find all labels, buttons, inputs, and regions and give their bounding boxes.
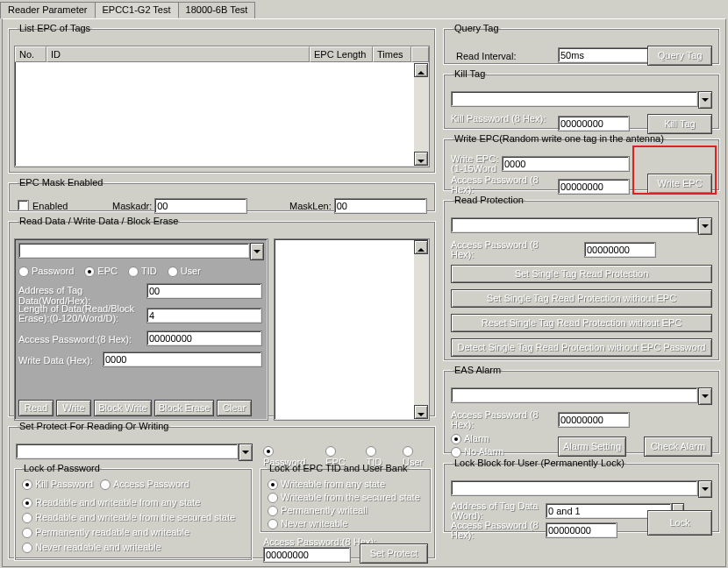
write-epc-button[interactable]: Write EPC xyxy=(647,174,712,194)
table-scrollbar[interactable] xyxy=(414,63,428,166)
query-legend: Query Tag xyxy=(453,23,501,33)
kill-legend: Kill Tag xyxy=(453,68,487,79)
rp-btn-0[interactable]: Set Single Tag Read Protection xyxy=(451,265,712,283)
query-fieldset: Query Tag Read Interval: Query Tag xyxy=(443,23,720,65)
kill-tag-button[interactable]: Kill Tag xyxy=(647,114,712,134)
lb-addr-label: Address of Tag Data (Word): xyxy=(451,501,547,521)
col-no[interactable]: No. xyxy=(15,46,46,62)
protect-epc-dropdown-btn[interactable] xyxy=(239,444,253,461)
lb-pwd-input[interactable] xyxy=(546,522,617,538)
lock-bank-fieldset: Lock of EPC TID and User Bank Writeable … xyxy=(260,463,432,533)
protect-pwd-input[interactable] xyxy=(263,547,351,563)
write-button[interactable]: Write xyxy=(56,400,91,416)
eas-legend: EAS Alarm xyxy=(453,365,503,375)
radio-epc[interactable] xyxy=(84,266,95,277)
read-button[interactable]: Read xyxy=(18,400,54,416)
tab-18000-6b-test[interactable]: 18000-6B Test xyxy=(178,2,256,18)
scroll-down[interactable] xyxy=(414,152,428,166)
col-times[interactable]: Times xyxy=(373,46,411,62)
eas-noalarm-radio[interactable] xyxy=(451,447,461,458)
masklen-input[interactable] xyxy=(334,198,427,214)
rw-legend: Read Data / Write Data / Block Erase xyxy=(18,216,180,226)
rp-btn-3[interactable]: Detect Single Tag Read Protection withou… xyxy=(451,338,712,357)
list-epc-legend: List EPC of Tags xyxy=(18,23,92,33)
rp-btn-2[interactable]: Reset Single Tag Read Protection without… xyxy=(451,314,712,332)
p-radio-password[interactable] xyxy=(263,446,274,457)
query-int-label: Read Interval: xyxy=(456,51,516,61)
lock-block-legend: Lock Block for User (Permanently Lock) xyxy=(453,458,626,468)
scroll-up[interactable] xyxy=(414,240,428,254)
lock-button[interactable]: Lock xyxy=(647,510,712,536)
p-radio-tid[interactable] xyxy=(366,446,376,457)
addr-input[interactable] xyxy=(146,283,262,299)
query-tag-button[interactable]: Query Tag xyxy=(647,46,712,66)
lb-epc-dd-btn[interactable] xyxy=(698,480,712,498)
radio-tid[interactable] xyxy=(128,266,139,277)
tag-table-header: No. ID EPC Length Times xyxy=(15,46,429,62)
lp-r3[interactable] xyxy=(22,543,32,553)
rw-epc-select[interactable] xyxy=(18,243,250,259)
masklen-label: MaskLen: xyxy=(289,201,332,211)
len-input[interactable] xyxy=(146,308,262,323)
block-erase-button[interactable]: Block Erase xyxy=(154,400,214,416)
enabled-label: Enabled xyxy=(32,201,68,211)
kill-epc-dd-btn[interactable] xyxy=(698,91,712,109)
check-alarm-button[interactable]: Check Alarm xyxy=(644,437,712,457)
rp-btn-1[interactable]: Set Single Tag Read Protection without E… xyxy=(451,289,712,308)
lp-r2[interactable] xyxy=(22,528,32,538)
p-radio-user[interactable] xyxy=(403,446,413,457)
col-spacer xyxy=(411,46,429,62)
wr-input[interactable] xyxy=(103,351,262,367)
rp-epc-select[interactable] xyxy=(451,217,698,233)
kill-pwd-input[interactable] xyxy=(558,116,630,131)
col-epc-length[interactable]: EPC Length xyxy=(310,46,373,62)
lb-r2[interactable] xyxy=(268,506,278,516)
col-id[interactable]: ID xyxy=(46,46,310,62)
rw-pwd-label: Access Password:(8 Hex): xyxy=(18,334,145,344)
eas-epc-dd-btn[interactable] xyxy=(698,387,712,405)
scroll-down[interactable] xyxy=(414,405,428,419)
block-write-button[interactable]: Block Write xyxy=(94,400,152,416)
rw-output[interactable] xyxy=(274,238,430,421)
protect-epc-select[interactable] xyxy=(16,444,239,459)
eas-epc-select[interactable] xyxy=(451,387,698,403)
lb-r3[interactable] xyxy=(268,519,278,529)
tag-table: No. ID EPC Length Times xyxy=(14,46,430,167)
maskadr-input[interactable] xyxy=(154,198,247,214)
lp-r0[interactable] xyxy=(22,498,32,508)
lp-access[interactable] xyxy=(100,479,111,490)
write-epc-input[interactable] xyxy=(502,156,630,172)
rw-output-scrollbar[interactable] xyxy=(414,240,428,419)
write-epc-pwd-label: Access Password (8 Hex): xyxy=(451,175,553,195)
eas-alarm-radio[interactable] xyxy=(451,434,461,444)
alarm-setting-button[interactable]: Alarm Setting xyxy=(558,437,626,457)
radio-password[interactable] xyxy=(18,266,29,277)
eas-pwd-input[interactable] xyxy=(558,412,630,428)
radio-user[interactable] xyxy=(168,266,178,277)
read-protection-fieldset: Read Protection Access Password (8 Hex):… xyxy=(443,195,720,361)
tab-bar: Reader Parameter EPCC1-G2 Test 18000-6B … xyxy=(0,2,728,18)
enabled-checkbox[interactable] xyxy=(18,200,29,211)
epc-mask-fieldset: EPC Mask Enabled Enabled Maskadr: MaskLe… xyxy=(8,177,436,212)
lp-kill[interactable] xyxy=(22,479,32,490)
list-epc-fieldset: List EPC of Tags No. ID EPC Length Times xyxy=(8,23,436,174)
lb-r0[interactable] xyxy=(268,479,278,490)
lb-epc-select[interactable] xyxy=(451,480,698,496)
p-radio-epc[interactable] xyxy=(325,446,336,457)
lp-r1[interactable] xyxy=(22,513,32,523)
kill-epc-select[interactable] xyxy=(451,91,698,107)
rp-epc-dd-btn[interactable] xyxy=(698,217,712,235)
write-epc-pwd-input[interactable] xyxy=(558,179,630,195)
rp-pwd-input[interactable] xyxy=(584,242,656,258)
rw-pwd-input[interactable] xyxy=(146,330,262,346)
lb-r1[interactable] xyxy=(268,493,278,503)
tab-reader-parameter[interactable]: Reader Parameter xyxy=(0,2,96,18)
kill-fieldset: Kill Tag Kill Password (8 Hex): Kill Tag xyxy=(443,68,720,130)
set-protect-button[interactable]: Set Protect xyxy=(360,543,428,564)
scroll-up[interactable] xyxy=(414,63,428,77)
tab-epcc1-g2-test[interactable]: EPCC1-G2 Test xyxy=(95,2,179,18)
clear-button[interactable]: Clear xyxy=(217,400,252,416)
write-epc-label: Write EPC: (1-15Word xyxy=(451,154,500,174)
rw-epc-dropdown-btn[interactable] xyxy=(250,243,264,260)
protect-fieldset: Set Protect For Reading Or Writing Passw… xyxy=(8,421,436,559)
